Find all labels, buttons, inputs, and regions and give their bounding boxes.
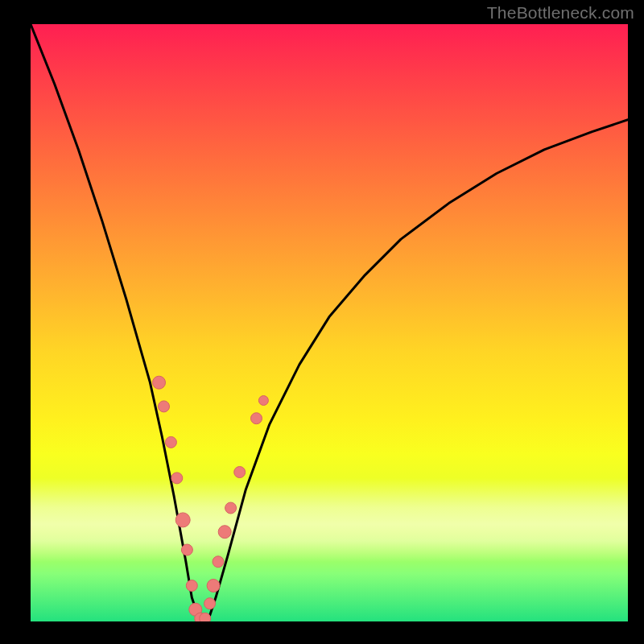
data-marker [218, 526, 231, 539]
data-marker [171, 473, 183, 484]
data-marker [200, 613, 211, 621]
data-marker [181, 544, 192, 555]
data-marker [153, 376, 166, 389]
data-marker [207, 580, 220, 592]
data-marker [213, 556, 224, 568]
watermark-text: TheBottleneck.com [487, 3, 634, 23]
data-marker [258, 396, 268, 406]
data-marker [225, 502, 237, 514]
bottleneck-curve-svg [31, 24, 628, 621]
data-marker [234, 467, 246, 478]
data-marker [204, 598, 216, 609]
plot-area [31, 24, 628, 621]
data-marker [186, 580, 197, 592]
data-marker [251, 413, 262, 424]
chart-frame: TheBottleneck.com [0, 0, 644, 644]
data-marker [165, 436, 176, 448]
data-marker [175, 513, 190, 527]
data-marker [159, 401, 170, 412]
bottleneck-curve [31, 24, 628, 621]
